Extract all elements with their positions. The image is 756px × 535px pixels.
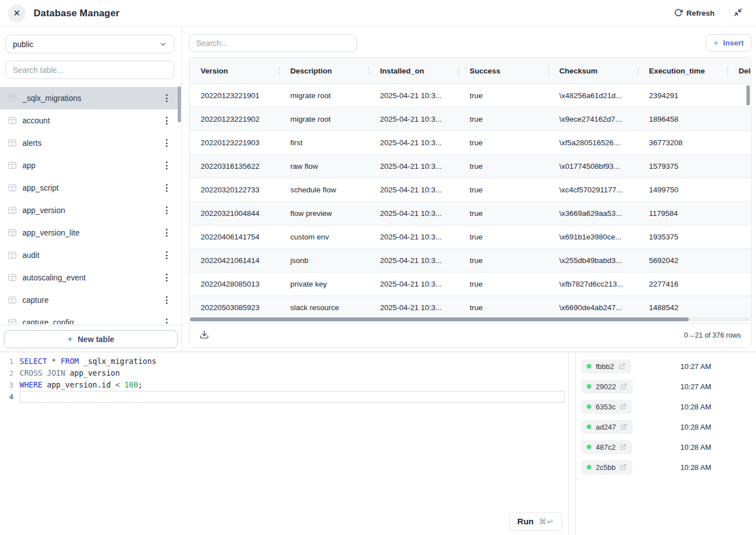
refresh-button[interactable]: Refresh: [674, 8, 715, 19]
schema-select[interactable]: public: [6, 35, 174, 53]
sidebar-item-_sqlx_migrations[interactable]: _sqlx_migrations: [0, 87, 178, 109]
horizontal-scrollbar[interactable]: [190, 317, 750, 321]
table-cell: 1499750: [638, 186, 727, 194]
table-cell: 2025-04-21 10:3...: [369, 303, 458, 312]
new-table-button[interactable]: + New table: [4, 330, 178, 348]
kebab-menu-icon[interactable]: [163, 136, 171, 150]
sql-token: ;: [138, 380, 142, 389]
query-id: ad247: [596, 423, 616, 431]
query-id: 6353c: [596, 403, 615, 411]
kebab-menu-icon[interactable]: [163, 113, 171, 128]
history-query-pill[interactable]: 2c5bb: [581, 460, 632, 474]
table-name: app_version: [22, 206, 163, 215]
table-row[interactable]: 20220123221903first2025-04-21 10:3...tru…: [189, 131, 751, 155]
table-cell: 5692042: [638, 256, 727, 265]
table-row[interactable]: 20220421061414jsonb2025-04-21 10:3...tru…: [189, 249, 751, 273]
table-row[interactable]: 20220123221902migrate root2025-04-21 10:…: [189, 108, 751, 131]
history-query-pill[interactable]: fbbb2: [581, 359, 631, 373]
column-header-success[interactable]: Success: [458, 67, 548, 75]
query-time: 10:28 AM: [680, 423, 711, 431]
sidebar-item-app[interactable]: app: [0, 154, 178, 177]
kebab-menu-icon[interactable]: [163, 181, 171, 195]
sidebar-scrollbar[interactable]: [178, 86, 181, 122]
column-header-dele[interactable]: Dele: [727, 67, 752, 75]
table-cell: 20220421061414: [189, 256, 279, 265]
insert-button[interactable]: + Insert: [706, 34, 752, 52]
column-header-execution_time[interactable]: Execution_time: [638, 67, 727, 75]
download-button[interactable]: [200, 330, 209, 341]
external-link-icon[interactable]: [620, 423, 627, 430]
table-row[interactable]: 20220321004844flow preview2025-04-21 10:…: [189, 202, 751, 225]
kebab-menu-icon[interactable]: [163, 293, 171, 307]
sidebar-item-capture_config[interactable]: capture_config: [0, 311, 178, 324]
vertical-scrollbar-thumb[interactable]: [746, 85, 750, 105]
table-cell: 2025-04-21 10:3...: [369, 209, 458, 218]
table-name: app: [22, 161, 163, 170]
history-query-pill[interactable]: 487c2: [581, 440, 632, 454]
collapse-panel-button[interactable]: [734, 8, 743, 19]
table-row[interactable]: 20220428085013private key2025-04-21 10:3…: [189, 273, 751, 296]
sql-token: 100: [124, 380, 138, 389]
table-row[interactable]: 20220320122733schedule flow2025-04-21 10…: [189, 178, 751, 202]
sql-line-2[interactable]: 2CROSS JOIN app_version: [0, 367, 568, 379]
status-dot: [587, 384, 591, 389]
table-cell: 2025-04-21 10:3...: [369, 91, 458, 100]
table-icon: [8, 296, 17, 305]
table-icon: [8, 318, 17, 324]
kebab-menu-icon[interactable]: [163, 225, 171, 240]
history-query-pill[interactable]: 6353c: [581, 400, 632, 414]
external-link-icon[interactable]: [620, 444, 627, 450]
sidebar-item-autoscaling_event[interactable]: autoscaling_event: [0, 266, 178, 289]
kebab-menu-icon[interactable]: [163, 203, 171, 218]
column-header-checksum[interactable]: Checksum: [548, 67, 638, 75]
run-shortcut: ⌘↵: [539, 517, 554, 526]
run-button[interactable]: Run ⌘↵: [509, 512, 562, 531]
sql-line-1[interactable]: 1SELECT * FROM _sqlx_migrations: [0, 356, 568, 367]
history-query-pill[interactable]: ad247: [581, 420, 633, 434]
table-cell: true: [458, 91, 548, 100]
sidebar-item-audit[interactable]: audit: [0, 244, 178, 266]
table-cell: 2277416: [638, 280, 727, 288]
query-id: 2c5bb: [596, 463, 615, 472]
table-cell: 36773208: [638, 139, 727, 147]
kebab-menu-icon[interactable]: [163, 270, 171, 285]
sidebar-item-account[interactable]: account: [0, 109, 178, 132]
sql-line-3[interactable]: 3WHERE app_version.id < 100;: [0, 379, 568, 391]
table-cell: true: [458, 233, 548, 241]
close-button[interactable]: ✕: [8, 4, 26, 22]
run-label: Run: [517, 516, 534, 526]
table-row[interactable]: 20220316135622raw flow2025-04-21 10:3...…: [189, 155, 751, 178]
sql-line-4[interactable]: 4: [0, 391, 568, 403]
rows-search-input[interactable]: [189, 34, 357, 52]
sidebar-item-app_version_lite[interactable]: app_version_lite: [0, 222, 178, 244]
table-cell: 1935375: [638, 233, 727, 241]
sidebar-item-app_script[interactable]: app_script: [0, 177, 178, 199]
table-icon: [8, 94, 17, 103]
history-query-pill[interactable]: 29022: [581, 380, 633, 394]
sidebar-item-alerts[interactable]: alerts: [0, 132, 178, 154]
column-header-installed_on[interactable]: Installed_on: [369, 67, 458, 75]
external-link-icon[interactable]: [619, 363, 625, 370]
table-row[interactable]: 20220503085923slack resource2025-04-21 1…: [189, 296, 751, 317]
table-icon: [8, 183, 17, 192]
table-search-input[interactable]: [13, 66, 167, 75]
table-name: account: [22, 116, 163, 125]
external-link-icon[interactable]: [620, 403, 627, 410]
sql-token: app_version.id: [43, 380, 115, 389]
sidebar-item-app_version[interactable]: app_version: [0, 199, 178, 222]
kebab-menu-icon[interactable]: [163, 158, 171, 173]
external-link-icon[interactable]: [620, 383, 627, 390]
column-header-description[interactable]: Description: [279, 67, 369, 75]
horizontal-scrollbar-thumb[interactable]: [190, 317, 689, 321]
sql-token: CROSS JOIN: [20, 368, 65, 377]
kebab-menu-icon[interactable]: [163, 248, 171, 262]
schema-selected-value: public: [13, 40, 159, 49]
column-header-version[interactable]: Version: [189, 67, 279, 75]
kebab-menu-icon[interactable]: [163, 91, 171, 105]
table-row[interactable]: 20220123221901migrate root2025-04-21 10:…: [189, 84, 751, 108]
table-row[interactable]: 20220406141754custom env2025-04-21 10:3.…: [189, 225, 751, 249]
sql-editor[interactable]: 1SELECT * FROM _sqlx_migrations2CROSS JO…: [0, 352, 569, 535]
kebab-menu-icon[interactable]: [163, 315, 171, 324]
external-link-icon[interactable]: [620, 464, 627, 471]
sidebar-item-capture[interactable]: capture: [0, 289, 178, 311]
